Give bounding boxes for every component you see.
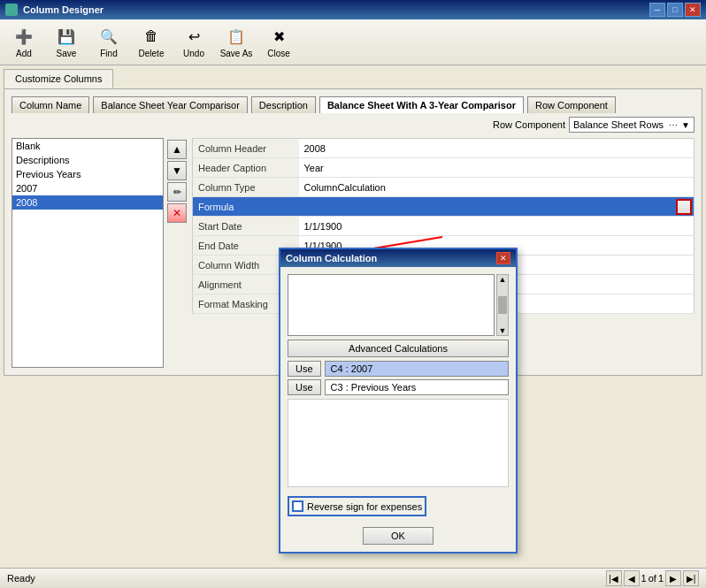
delete-icon: 🗑	[141, 26, 162, 47]
prop-label-start-date: Start Date	[193, 217, 299, 236]
left-inner: Blank Descriptions Previous Years 2007 2…	[12, 138, 188, 368]
scroll-up-icon[interactable]: ▲	[499, 275, 507, 284]
balance-sheet-rows-value: Balance Sheet Rows	[573, 119, 664, 130]
use-row-2: Use C3 : Previous Years	[288, 379, 509, 395]
left-panel: Blank Descriptions Previous Years 2007 2…	[12, 138, 188, 368]
ok-button[interactable]: OK	[363, 527, 434, 545]
last-page-button[interactable]: ▶|	[683, 570, 699, 586]
prop-value-header-caption[interactable]: Year	[299, 158, 694, 178]
row-component-label: Row Component	[493, 119, 565, 130]
remove-button[interactable]: ✕	[167, 203, 187, 223]
prop-row-formula[interactable]: Formula ⋯	[193, 197, 694, 217]
dialog-title-bar: Column Calculation ✕	[280, 249, 516, 267]
advanced-calculations-button[interactable]: Advanced Calculations	[288, 340, 509, 357]
formula-area: ▲ ▼	[288, 274, 509, 336]
save-button[interactable]: 💾 Save	[46, 22, 87, 62]
add-label: Add	[16, 49, 32, 58]
prop-label-formula: Formula	[193, 197, 299, 217]
close-button[interactable]: ✖ Close	[258, 22, 299, 62]
reverse-sign-checkbox[interactable]	[292, 500, 303, 512]
window-close-button[interactable]: ✕	[685, 3, 701, 17]
status-bar: Ready |◀ ◀ 1 of 1 ▶ ▶|	[0, 568, 706, 588]
use-value-1: C4 : 2007	[325, 361, 509, 377]
prev-page-button[interactable]: ◀	[624, 570, 640, 586]
toolbar: ➕ Add 💾 Save 🔍 Find 🗑 Delete ↩ Undo 📋 Sa…	[0, 19, 706, 65]
move-down-button[interactable]: ▼	[167, 161, 187, 180]
next-page-button[interactable]: ▶	[665, 570, 681, 586]
find-button[interactable]: 🔍 Find	[88, 22, 129, 62]
list-item-descriptions[interactable]: Descriptions	[12, 153, 163, 167]
save-as-label: Save As	[220, 49, 253, 58]
save-as-button[interactable]: 📋 Save As	[216, 22, 257, 62]
title-bar: Column Designer ─ □ ✕	[0, 0, 706, 19]
add-icon: ➕	[13, 26, 35, 47]
save-as-icon: 📋	[226, 26, 247, 47]
tab-balance-sheet[interactable]: Balance Sheet Year Comparisor	[93, 96, 248, 113]
balance-sheet-rows-dropdown[interactable]: Balance Sheet Rows ⋯ ▼	[569, 117, 694, 133]
list-item-blank[interactable]: Blank	[12, 139, 163, 153]
list-item-2008[interactable]: 2008	[12, 195, 163, 210]
column-list[interactable]: Blank Descriptions Previous Years 2007 2…	[12, 138, 164, 368]
page-current: 1	[641, 573, 647, 584]
prop-label-column-type: Column Type	[193, 178, 299, 197]
prop-value-formula[interactable]: ⋯	[299, 197, 694, 217]
formula-textarea[interactable]	[288, 274, 495, 336]
list-controls: ▲ ▼ ✏ ✕	[165, 138, 188, 368]
first-page-button[interactable]: |◀	[606, 570, 622, 586]
close-icon: ✖	[268, 26, 289, 47]
undo-label: Undo	[183, 49, 204, 58]
prop-row-column-type: Column Type ColumnCalculation	[193, 178, 694, 197]
scroll-down-icon[interactable]: ▼	[499, 326, 507, 335]
prop-value-start-date[interactable]: 1/1/1900	[299, 217, 694, 236]
use-button-1[interactable]: Use	[288, 361, 321, 377]
move-up-button[interactable]: ▲	[167, 140, 187, 159]
undo-icon: ↩	[183, 26, 204, 47]
prop-row-header-caption: Header Caption Year	[193, 158, 694, 178]
edit-button[interactable]: ✏	[167, 182, 187, 202]
dialog-body: ▲ ▼ Advanced Calculations Use C4 : 2007 …	[280, 267, 516, 552]
tab-row-component[interactable]: Row Component	[527, 96, 616, 113]
customize-columns-tab[interactable]: Customize Columns	[4, 69, 113, 88]
prop-label-column-header: Column Header	[193, 139, 299, 158]
save-icon: 💾	[56, 26, 77, 47]
prop-value-column-header[interactable]: 2008	[299, 139, 694, 158]
dialog-box: Column Calculation ✕ ▲ ▼ Advanced Calcul…	[279, 248, 518, 554]
close-label: Close	[267, 49, 290, 58]
tab-column-name[interactable]: Column Name	[12, 96, 89, 113]
use-value-2: C3 : Previous Years	[325, 379, 509, 395]
tab-row: Customize Columns	[4, 69, 702, 88]
tab-description[interactable]: Description	[251, 96, 316, 113]
use-button-2[interactable]: Use	[288, 379, 321, 395]
column-name-row: Column Name Balance Sheet Year Compariso…	[12, 96, 694, 133]
prop-row-start-date: Start Date 1/1/1900	[193, 217, 694, 236]
dropdown-more-icon[interactable]: ⋯	[669, 120, 678, 130]
dialog-close-button[interactable]: ✕	[496, 252, 510, 264]
minimize-button[interactable]: ─	[649, 3, 665, 17]
dropdown-arrow-icon[interactable]: ▼	[681, 120, 690, 130]
undo-button[interactable]: ↩ Undo	[173, 22, 214, 62]
page-of-label: of	[648, 573, 656, 584]
empty-formula-area	[288, 399, 509, 487]
window-title: Column Designer	[23, 4, 104, 15]
list-item-previous-years[interactable]: Previous Years	[12, 167, 163, 181]
app-icon	[5, 4, 18, 16]
pagination: |◀ ◀ 1 of 1 ▶ ▶|	[606, 570, 699, 586]
add-button[interactable]: ➕ Add	[4, 22, 44, 62]
formula-edit-button[interactable]: ⋯	[676, 199, 692, 215]
delete-label: Delete	[139, 49, 165, 58]
prop-row-column-header: Column Header 2008	[193, 139, 694, 158]
formula-scrollbar[interactable]: ▲ ▼	[496, 274, 509, 336]
status-text: Ready	[7, 573, 35, 584]
reverse-sign-row: Reverse sign for expenses	[288, 496, 426, 516]
find-icon: 🔍	[98, 26, 119, 47]
save-label: Save	[57, 49, 77, 58]
find-label: Find	[100, 49, 117, 58]
dialog-title: Column Calculation	[286, 253, 377, 263]
prop-value-column-type[interactable]: ColumnCalculation	[299, 178, 694, 197]
tab-balance-sheet-3yr[interactable]: Balance Sheet With A 3-Year Comparisor	[319, 96, 524, 113]
list-item-2007[interactable]: 2007	[12, 181, 163, 195]
reverse-sign-label: Reverse sign for expenses	[307, 501, 422, 512]
page-total: 1	[658, 573, 664, 584]
maximize-button[interactable]: □	[667, 3, 683, 17]
delete-button[interactable]: 🗑 Delete	[131, 22, 172, 62]
